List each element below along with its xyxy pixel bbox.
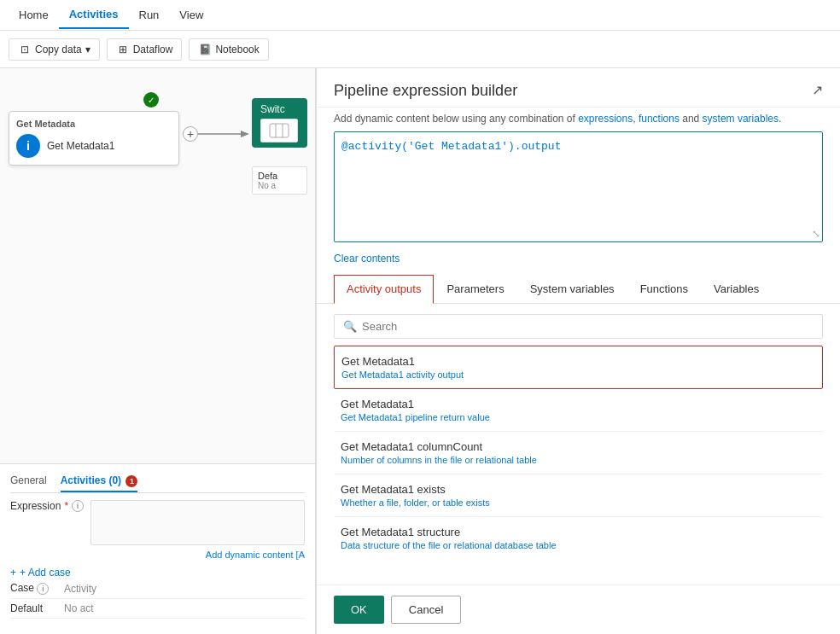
activity-node: i Get Metadata1 bbox=[16, 134, 172, 158]
bottom-panel: General Activities (0) 1 Expression * i … bbox=[0, 463, 315, 634]
main-layout: Get Metadata i Get Metadata1 ✓ + Switc bbox=[0, 68, 840, 634]
clear-contents-link[interactable]: Clear contents bbox=[317, 249, 840, 268]
right-panel: Pipeline expression builder ↗ Add dynami… bbox=[316, 68, 840, 634]
canvas-content: Get Metadata i Get Metadata1 ✓ + Switc bbox=[0, 68, 315, 634]
items-list: Get Metadata1 Get Metadata1 activity out… bbox=[317, 346, 840, 585]
default-block[interactable]: Defa No a bbox=[252, 166, 307, 195]
switch-inner bbox=[260, 119, 298, 143]
list-item-desc: Get Metadata1 pipeline return value bbox=[341, 412, 816, 422]
canvas-area: Get Metadata i Get Metadata1 ✓ + Switc bbox=[0, 68, 316, 634]
copy-data-button[interactable]: ⊡ Copy data ▾ bbox=[9, 38, 100, 61]
expression-info-icon: i bbox=[72, 500, 84, 512]
tab-parameters[interactable]: Parameters bbox=[434, 275, 516, 303]
case-activity-label: Activity bbox=[64, 583, 96, 595]
case-label: Case i bbox=[10, 582, 57, 595]
bottom-tabs: General Activities (0) 1 bbox=[10, 471, 305, 493]
dataflow-icon: ⊞ bbox=[116, 43, 130, 56]
search-input[interactable] bbox=[362, 320, 814, 333]
panel-expand-icon[interactable]: ↗ bbox=[812, 82, 823, 98]
list-item-title: Get Metadata1 structure bbox=[341, 526, 816, 538]
panel-header: Pipeline expression builder ↗ bbox=[317, 68, 840, 108]
expression-tabs: Activity outputs Parameters System varia… bbox=[317, 275, 840, 304]
notebook-icon: 📓 bbox=[198, 43, 212, 56]
panel-subtitle: Add dynamic content below using any comb… bbox=[317, 108, 840, 131]
editor-resize-handle[interactable]: ⤡ bbox=[812, 228, 820, 240]
tab-activities[interactable]: Activities (0) 1 bbox=[61, 471, 138, 492]
default-case-row: Default No act bbox=[10, 599, 305, 619]
list-item[interactable]: Get Metadata1 columnCount Number of colu… bbox=[334, 432, 823, 474]
expression-field-row: Expression * i Add dynamic content [A bbox=[10, 500, 305, 560]
menu-bar: Home Activities Run View bbox=[0, 0, 840, 31]
menu-activities[interactable]: Activities bbox=[59, 1, 129, 29]
switch-label: Switc bbox=[260, 103, 299, 115]
notebook-button[interactable]: 📓 Notebook bbox=[189, 38, 268, 61]
list-item-desc: Get Metadata1 activity output bbox=[341, 369, 815, 380]
required-marker: * bbox=[64, 500, 68, 512]
svg-rect-2 bbox=[270, 124, 289, 137]
list-item[interactable]: Get Metadata1 exists Whether a file, fol… bbox=[334, 474, 823, 517]
activity-block-title: Get Metadata bbox=[16, 119, 172, 129]
list-item[interactable]: Get Metadata1 Get Metadata1 pipeline ret… bbox=[334, 389, 823, 432]
expression-code: @activity('Get Metadata1').output bbox=[341, 140, 561, 153]
copy-icon: ⊡ bbox=[18, 43, 32, 56]
default-case-value: No act bbox=[64, 602, 94, 614]
expression-label: Expression * i bbox=[10, 500, 84, 512]
arrow-svg bbox=[198, 128, 249, 140]
subtitle-expressions: expressions bbox=[578, 113, 633, 125]
list-item-desc: Number of columns in the file or relatio… bbox=[341, 455, 816, 465]
activity-block[interactable]: Get Metadata i Get Metadata1 bbox=[9, 111, 179, 166]
cancel-button[interactable]: Cancel bbox=[391, 596, 461, 624]
ok-button[interactable]: OK bbox=[334, 596, 384, 624]
check-icon: ✓ bbox=[143, 92, 159, 108]
search-box: 🔍 bbox=[334, 314, 823, 339]
list-item[interactable]: Get Metadata1 structure Data structure o… bbox=[334, 517, 823, 559]
list-item[interactable]: Get Metadata1 Get Metadata1 activity out… bbox=[334, 346, 823, 389]
menu-run[interactable]: Run bbox=[129, 2, 170, 28]
panel-title: Pipeline expression builder bbox=[334, 82, 517, 100]
activity-name: Get Metadata1 bbox=[47, 140, 114, 152]
subtitle-functions: functions bbox=[639, 113, 680, 125]
tab-activity-outputs[interactable]: Activity outputs bbox=[334, 275, 434, 304]
dataflow-button[interactable]: ⊞ Dataflow bbox=[107, 38, 183, 61]
expression-editor[interactable]: @activity('Get Metadata1').output ⤡ bbox=[334, 131, 823, 242]
search-icon: 🔍 bbox=[343, 320, 357, 333]
subtitle-system-variables: system variables bbox=[703, 113, 779, 125]
tab-functions[interactable]: Functions bbox=[627, 275, 701, 303]
list-item-title: Get Metadata1 columnCount bbox=[341, 440, 816, 453]
default-case-label: Default bbox=[10, 602, 57, 614]
menu-view[interactable]: View bbox=[169, 2, 213, 28]
plus-icon: + bbox=[10, 567, 16, 579]
list-item-desc: Whether a file, folder, or table exists bbox=[341, 497, 816, 508]
default-label: Defa bbox=[258, 171, 301, 181]
case-info-icon: i bbox=[37, 583, 49, 595]
switch-block[interactable]: Switc bbox=[252, 98, 307, 148]
add-case-button[interactable]: + + Add case bbox=[10, 567, 305, 579]
activities-badge: 1 bbox=[125, 475, 137, 487]
tab-general[interactable]: General bbox=[10, 471, 47, 492]
case-row: Case i Activity bbox=[10, 579, 305, 599]
panel-footer: OK Cancel bbox=[317, 585, 840, 634]
default-sub: No a bbox=[258, 181, 301, 190]
toolbar: ⊡ Copy data ▾ ⊞ Dataflow 📓 Notebook bbox=[0, 31, 840, 68]
add-dynamic-link[interactable]: Add dynamic content [A bbox=[90, 548, 305, 560]
expression-input[interactable] bbox=[90, 500, 305, 545]
list-item-title: Get Metadata1 bbox=[341, 355, 815, 368]
list-item-title: Get Metadata1 exists bbox=[341, 483, 816, 496]
menu-home[interactable]: Home bbox=[9, 2, 59, 28]
add-connector-button[interactable]: + bbox=[183, 126, 198, 142]
chevron-down-icon: ▾ bbox=[85, 44, 90, 55]
list-item-desc: Data structure of the file or relational… bbox=[341, 540, 816, 550]
activity-icon: i bbox=[16, 134, 40, 158]
switch-icon bbox=[269, 122, 289, 139]
tab-variables[interactable]: Variables bbox=[701, 275, 772, 303]
svg-marker-1 bbox=[241, 131, 249, 137]
tab-system-variables[interactable]: System variables bbox=[517, 275, 627, 303]
list-item-title: Get Metadata1 bbox=[341, 398, 816, 410]
arrow-connector: + bbox=[183, 126, 249, 142]
